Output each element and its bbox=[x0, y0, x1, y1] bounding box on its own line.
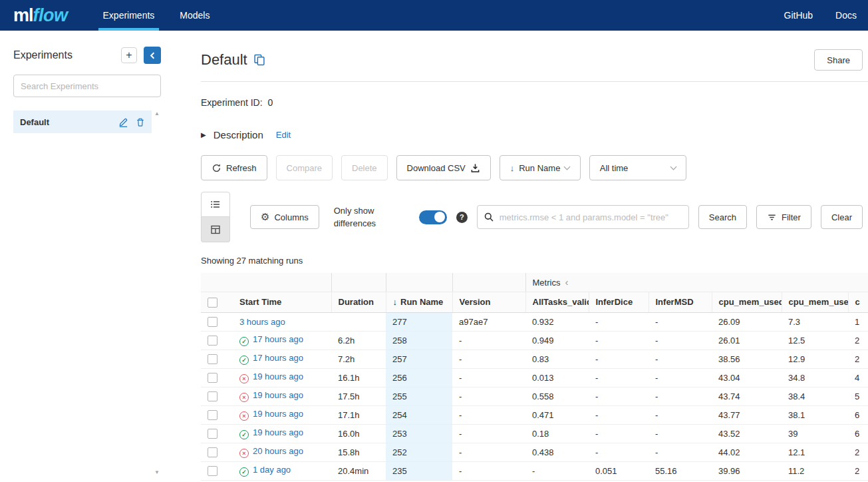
row-checkbox[interactable] bbox=[208, 336, 217, 346]
run-name-cell: 235 bbox=[386, 461, 452, 480]
metric-cell: - bbox=[589, 368, 649, 387]
metric-cell: - bbox=[589, 424, 649, 443]
metric-cell: 2 bbox=[848, 331, 868, 350]
share-button[interactable]: Share bbox=[814, 49, 863, 71]
run-name-cell: 277 bbox=[386, 312, 452, 331]
compare-button[interactable]: Compare bbox=[276, 155, 333, 180]
row-checkbox[interactable] bbox=[208, 447, 217, 457]
column-header-metric[interactable]: cpu_mem_used_ bbox=[782, 292, 848, 312]
filter-button[interactable]: Filter bbox=[756, 205, 811, 229]
table-row: ✓17 hours ago6.2h258-0.949--26.0112.52 bbox=[201, 331, 868, 350]
duration-cell: 6.2h bbox=[331, 331, 386, 350]
column-header-metric[interactable]: cpu_mem_used_ bbox=[712, 292, 782, 312]
column-header-run-name[interactable]: ↓Run Name bbox=[386, 292, 452, 312]
run-start-time-link[interactable]: 20 hours ago bbox=[253, 446, 303, 456]
column-header-version[interactable]: Version bbox=[452, 292, 525, 312]
duration-cell: 7.2h bbox=[331, 350, 386, 368]
list-view-button[interactable] bbox=[201, 192, 230, 217]
table-row: ×19 hours ago17.5h255-0.558--43.7438.45 bbox=[201, 387, 868, 405]
column-header-metric[interactable]: InferDice bbox=[589, 292, 649, 312]
collapse-sidebar-button[interactable] bbox=[144, 47, 161, 64]
run-start-time-link[interactable]: 19 hours ago bbox=[253, 390, 303, 400]
metric-cell: - bbox=[649, 405, 712, 424]
plus-icon: + bbox=[126, 49, 132, 61]
github-link[interactable]: GitHub bbox=[773, 0, 825, 31]
row-checkbox[interactable] bbox=[208, 466, 217, 476]
run-start-time-link[interactable]: 17 hours ago bbox=[253, 353, 303, 363]
edit-experiment-icon[interactable] bbox=[118, 117, 128, 127]
runs-search-input[interactable] bbox=[477, 205, 689, 229]
nav-tabs: Experiments Models bbox=[90, 0, 223, 31]
column-header-metric[interactable]: InferMSD bbox=[649, 292, 712, 312]
metric-cell: - bbox=[649, 331, 712, 350]
sidebar-scrollbar[interactable]: ▲ ▼ bbox=[153, 111, 161, 475]
run-start-time-link[interactable]: 1 day ago bbox=[253, 465, 291, 475]
chevron-down-icon bbox=[670, 163, 676, 170]
refresh-icon bbox=[212, 163, 221, 173]
refresh-button[interactable]: Refresh bbox=[201, 155, 267, 180]
run-name-cell: 256 bbox=[386, 368, 452, 387]
metric-cell: 12.5 bbox=[782, 331, 848, 350]
run-name-cell: 252 bbox=[386, 443, 452, 461]
experiment-detail-panel: Default Share Experiment ID:0 ▶ Descript… bbox=[174, 31, 868, 482]
run-start-time-link[interactable]: 17 hours ago bbox=[253, 334, 303, 344]
clear-button[interactable]: Clear bbox=[821, 205, 863, 229]
matching-runs-count: Showing 27 matching runs bbox=[201, 256, 868, 266]
table-view-icon bbox=[210, 224, 221, 235]
delete-button[interactable]: Delete bbox=[341, 155, 388, 180]
help-icon[interactable]: ? bbox=[456, 212, 468, 223]
column-header-start-time[interactable]: Start Time bbox=[233, 292, 331, 312]
metric-cell: 12.1 bbox=[782, 443, 848, 461]
collapse-metrics-icon[interactable]: ‹ bbox=[565, 276, 568, 288]
column-header-metric[interactable]: AllTasks_validDic bbox=[525, 292, 589, 312]
metric-cell: 1 bbox=[848, 312, 868, 331]
experiment-list-item[interactable]: Default bbox=[13, 111, 152, 133]
metric-cell: 7.3 bbox=[782, 312, 848, 331]
sort-dropdown[interactable]: ↓ Run Name bbox=[500, 155, 581, 180]
add-experiment-button[interactable]: + bbox=[121, 47, 137, 63]
run-start-time-link[interactable]: 19 hours ago bbox=[253, 427, 303, 437]
search-experiments-input[interactable] bbox=[13, 75, 161, 97]
run-start-time-link[interactable]: 3 hours ago bbox=[239, 317, 285, 327]
row-checkbox[interactable] bbox=[208, 410, 217, 420]
edit-description-link[interactable]: Edit bbox=[276, 130, 291, 140]
table-row: ×20 hours ago15.8h252-0.438--44.0212.12 bbox=[201, 443, 868, 461]
select-all-checkbox[interactable] bbox=[208, 298, 217, 308]
scroll-down-icon[interactable]: ▼ bbox=[154, 469, 160, 475]
run-start-time-link[interactable]: 19 hours ago bbox=[253, 409, 303, 419]
row-checkbox[interactable] bbox=[208, 391, 217, 401]
version-cell: - bbox=[452, 331, 525, 350]
column-header-duration[interactable]: Duration bbox=[331, 292, 386, 312]
run-start-time-link[interactable]: 19 hours ago bbox=[253, 371, 303, 381]
metric-cell: 44.02 bbox=[712, 443, 782, 461]
sort-descending-icon: ↓ bbox=[510, 163, 515, 173]
download-csv-button[interactable]: Download CSV bbox=[396, 155, 491, 180]
time-filter-dropdown[interactable]: All time bbox=[589, 155, 686, 180]
search-button[interactable]: Search bbox=[698, 205, 747, 229]
scroll-up-icon[interactable]: ▲ bbox=[154, 111, 160, 117]
metric-cell: 5 bbox=[848, 387, 868, 405]
row-checkbox[interactable] bbox=[208, 373, 217, 383]
delete-experiment-icon[interactable] bbox=[136, 117, 145, 127]
status-finished-icon: ✓ bbox=[239, 337, 249, 346]
column-header-metric[interactable]: c bbox=[848, 292, 868, 312]
version-cell: - bbox=[452, 350, 525, 368]
metric-cell: 12.9 bbox=[782, 350, 848, 368]
expand-description-icon[interactable]: ▶ bbox=[201, 131, 206, 138]
row-checkbox[interactable] bbox=[208, 429, 217, 439]
row-checkbox[interactable] bbox=[208, 354, 217, 364]
table-view-button[interactable] bbox=[201, 217, 230, 242]
docs-link[interactable]: Docs bbox=[824, 0, 868, 31]
mlflow-logo[interactable]: mlflow bbox=[0, 0, 90, 31]
nav-tab-experiments[interactable]: Experiments bbox=[90, 0, 168, 31]
gear-icon: ⚙ bbox=[261, 211, 269, 223]
only-show-differences-toggle[interactable] bbox=[419, 210, 447, 224]
duration-cell: 15.8h bbox=[331, 443, 386, 461]
version-cell: a97ae7 bbox=[452, 312, 525, 331]
copy-icon[interactable] bbox=[253, 54, 265, 66]
metric-cell: 43.77 bbox=[712, 405, 782, 424]
nav-tab-models[interactable]: Models bbox=[167, 0, 222, 31]
metrics-group-header[interactable]: Metrics‹ bbox=[525, 273, 868, 292]
row-checkbox[interactable] bbox=[208, 317, 217, 327]
columns-button[interactable]: ⚙Columns bbox=[250, 205, 319, 229]
